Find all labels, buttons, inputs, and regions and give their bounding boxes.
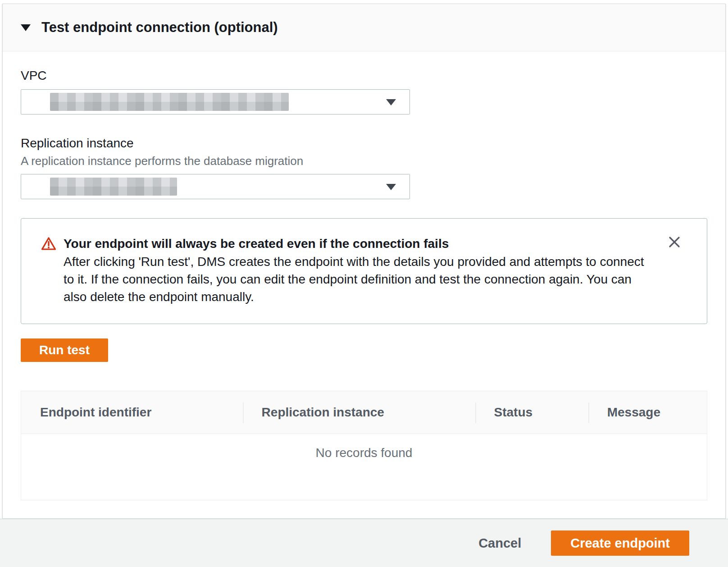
empty-state-message: No records found [21,434,707,500]
column-header-status: Status [475,391,588,434]
page-title: Test endpoint connection (optional) [41,18,278,37]
column-header-replication-instance: Replication instance [243,391,475,434]
warning-alert: Your endpoint will always be created eve… [21,218,707,324]
warning-title: Your endpoint will always be created eve… [64,235,449,253]
section-content: VPC Replication instance A replication i… [3,51,725,518]
connection-results-table: Endpoint identifier Replication instance… [21,391,707,500]
replication-instance-select[interactable] [21,174,410,199]
chevron-down-icon [386,184,396,190]
page: Test endpoint connection (optional) VPC … [0,0,728,567]
form-footer: Cancel Create endpoint [0,519,728,567]
redacted-value [50,178,177,196]
table-header-row: Endpoint identifier Replication instance… [21,391,707,434]
replication-instance-field: Replication instance A replication insta… [21,135,707,199]
run-test-button[interactable]: Run test [21,338,108,362]
column-header-endpoint-identifier: Endpoint identifier [21,391,243,434]
chevron-down-icon [386,99,396,105]
replication-instance-description: A replication instance performs the data… [21,153,707,169]
warning-body: After clicking 'Run test', DMS creates t… [64,253,649,306]
vpc-field: VPC [21,68,707,114]
replication-instance-label: Replication instance [21,135,707,151]
column-header-message: Message [588,391,707,434]
close-icon [667,235,682,249]
vpc-select[interactable] [21,89,410,114]
cancel-button[interactable]: Cancel [477,531,523,555]
redacted-value [50,93,289,111]
warning-triangle-icon [41,237,56,252]
test-endpoint-connection-panel: Test endpoint connection (optional) VPC … [2,4,726,519]
triangle-down-icon [21,24,31,31]
section-header[interactable]: Test endpoint connection (optional) [3,4,725,51]
create-endpoint-button[interactable]: Create endpoint [551,530,689,556]
vpc-label: VPC [21,68,707,84]
dismiss-warning-button[interactable] [665,233,683,251]
